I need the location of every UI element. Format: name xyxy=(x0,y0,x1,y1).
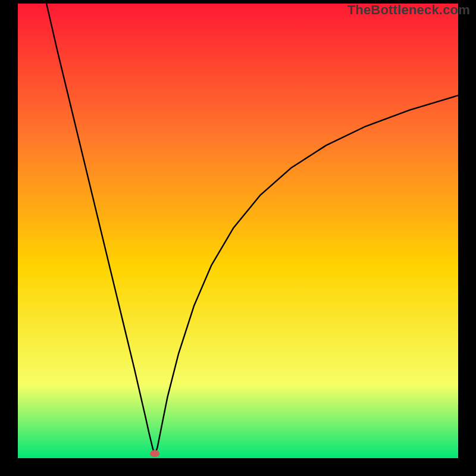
dip-marker xyxy=(150,450,159,457)
plot-area xyxy=(18,4,458,458)
chart-frame: TheBottleneck.com xyxy=(0,0,476,476)
chart-svg xyxy=(18,4,458,458)
gradient-background xyxy=(18,4,458,458)
watermark-text: TheBottleneck.com xyxy=(347,2,470,18)
